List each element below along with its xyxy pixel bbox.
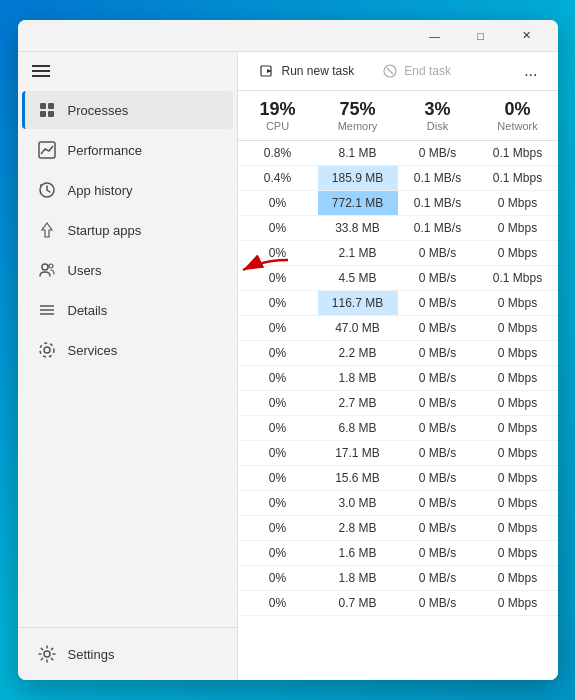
more-options-button[interactable]: ... [516,58,545,84]
main-content: Run new task End task ... [238,52,558,680]
cpu-cell: 0% [238,366,318,390]
cpu-cell: 0.8% [238,141,318,165]
cpu-cell: 0% [238,516,318,540]
memory-cell: 116.7 MB [318,291,398,315]
task-manager-window: — □ ✕ Processes [18,20,558,680]
maximize-button[interactable]: □ [458,20,504,52]
memory-cell: 1.8 MB [318,566,398,590]
disk-cell: 0 MB/s [398,416,478,440]
table-row[interactable]: 0% 0.7 MB 0 MB/s 0 Mbps [238,591,558,616]
settings-icon [38,645,56,663]
memory-cell: 2.7 MB [318,391,398,415]
titlebar: — □ ✕ [18,20,558,52]
table-row[interactable]: 0% 47.0 MB 0 MB/s 0 Mbps [238,316,558,341]
table-header: 19% CPU 75% Memory 3% Disk 0% Network [238,91,558,141]
table-row[interactable]: 0% 15.6 MB 0 MB/s 0 Mbps [238,466,558,491]
table-row[interactable]: 0% 33.8 MB 0.1 MB/s 0 Mbps [238,216,558,241]
sidebar-item-details[interactable]: Details [22,291,233,329]
memory-cell: 3.0 MB [318,491,398,515]
table-row[interactable]: 0% 6.8 MB 0 MB/s 0 Mbps [238,416,558,441]
network-cell: 0 Mbps [478,516,558,540]
table-row[interactable]: 0.8% 8.1 MB 0 MB/s 0.1 Mbps [238,141,558,166]
processes-icon [38,101,56,119]
cpu-column-header[interactable]: 19% CPU [238,97,318,134]
cpu-cell: 0% [238,216,318,240]
hamburger-menu[interactable] [18,52,237,90]
sidebar-item-users[interactable]: Users [22,251,233,289]
memory-label: Memory [322,120,394,132]
sidebar-item-settings[interactable]: Settings [22,635,233,673]
table-row[interactable]: 0% 1.6 MB 0 MB/s 0 Mbps [238,541,558,566]
sidebar-item-app-history[interactable]: App history [22,171,233,209]
cpu-cell: 0% [238,341,318,365]
disk-cell: 0 MB/s [398,391,478,415]
memory-cell: 2.8 MB [318,516,398,540]
network-cell: 0 Mbps [478,391,558,415]
performance-label: Performance [68,143,142,158]
disk-cell: 0 MB/s [398,466,478,490]
table-row[interactable]: 0% 17.1 MB 0 MB/s 0 Mbps [238,441,558,466]
svg-point-6 [42,264,48,270]
memory-value: 75% [322,99,394,120]
table-row[interactable]: 0% 2.8 MB 0 MB/s 0 Mbps [238,516,558,541]
network-value: 0% [482,99,554,120]
svg-point-14 [44,651,50,657]
cpu-value: 19% [242,99,314,120]
cpu-cell: 0% [238,491,318,515]
close-button[interactable]: ✕ [504,20,550,52]
disk-cell: 0.1 MB/s [398,191,478,215]
sidebar-item-performance[interactable]: Performance [22,131,233,169]
disk-cell: 0 MB/s [398,266,478,290]
users-icon [38,261,56,279]
disk-cell: 0 MB/s [398,366,478,390]
memory-cell: 772.1 MB [318,191,398,215]
memory-column-header[interactable]: 75% Memory [318,97,398,134]
table-row[interactable]: 0% 1.8 MB 0 MB/s 0 Mbps [238,566,558,591]
cpu-cell: 0% [238,266,318,290]
process-table[interactable]: 19% CPU 75% Memory 3% Disk 0% Network [238,91,558,680]
network-cell: 0 Mbps [478,491,558,515]
table-row[interactable]: 0.4% 185.9 MB 0.1 MB/s 0.1 Mbps [238,166,558,191]
table-row[interactable]: 0% 1.8 MB 0 MB/s 0 Mbps [238,366,558,391]
performance-icon [38,141,56,159]
toolbar: Run new task End task ... [238,52,558,91]
memory-cell: 4.5 MB [318,266,398,290]
sidebar-item-processes[interactable]: Processes [22,91,233,129]
cpu-cell: 0% [238,566,318,590]
table-row[interactable]: 0% 2.7 MB 0 MB/s 0 Mbps [238,391,558,416]
settings-label: Settings [68,647,115,662]
table-row[interactable]: 0% 2.1 MB 0 MB/s 0 Mbps [238,241,558,266]
sidebar-item-services[interactable]: Services [22,331,233,369]
startup-apps-label: Startup apps [68,223,142,238]
sidebar: Processes Performance [18,52,238,680]
disk-cell: 0 MB/s [398,491,478,515]
cpu-cell: 0% [238,416,318,440]
table-row[interactable]: 0% 772.1 MB 0.1 MB/s 0 Mbps [238,191,558,216]
table-row[interactable]: 0% 116.7 MB 0 MB/s 0 Mbps [238,291,558,316]
network-cell: 0 Mbps [478,216,558,240]
cpu-cell: 0% [238,591,318,615]
disk-cell: 0 MB/s [398,441,478,465]
table-row[interactable]: 0% 4.5 MB 0 MB/s 0.1 Mbps [238,266,558,291]
startup-apps-icon [38,221,56,239]
sidebar-item-startup-apps[interactable]: Startup apps [22,211,233,249]
table-row[interactable]: 0% 2.2 MB 0 MB/s 0 Mbps [238,341,558,366]
memory-cell: 0.7 MB [318,591,398,615]
network-cell: 0.1 Mbps [478,166,558,190]
run-new-task-button[interactable]: Run new task [250,59,365,83]
disk-column-header[interactable]: 3% Disk [398,97,478,134]
network-cell: 0 Mbps [478,541,558,565]
disk-cell: 0 MB/s [398,316,478,340]
end-task-button[interactable]: End task [372,59,461,83]
minimize-button[interactable]: — [412,20,458,52]
network-column-header[interactable]: 0% Network [478,97,558,134]
disk-value: 3% [402,99,474,120]
table-row[interactable]: 0% 3.0 MB 0 MB/s 0 Mbps [238,491,558,516]
network-cell: 0 Mbps [478,416,558,440]
network-cell: 0 Mbps [478,366,558,390]
cpu-cell: 0% [238,191,318,215]
cpu-cell: 0% [238,391,318,415]
users-label: Users [68,263,102,278]
network-cell: 0 Mbps [478,591,558,615]
memory-cell: 2.2 MB [318,341,398,365]
